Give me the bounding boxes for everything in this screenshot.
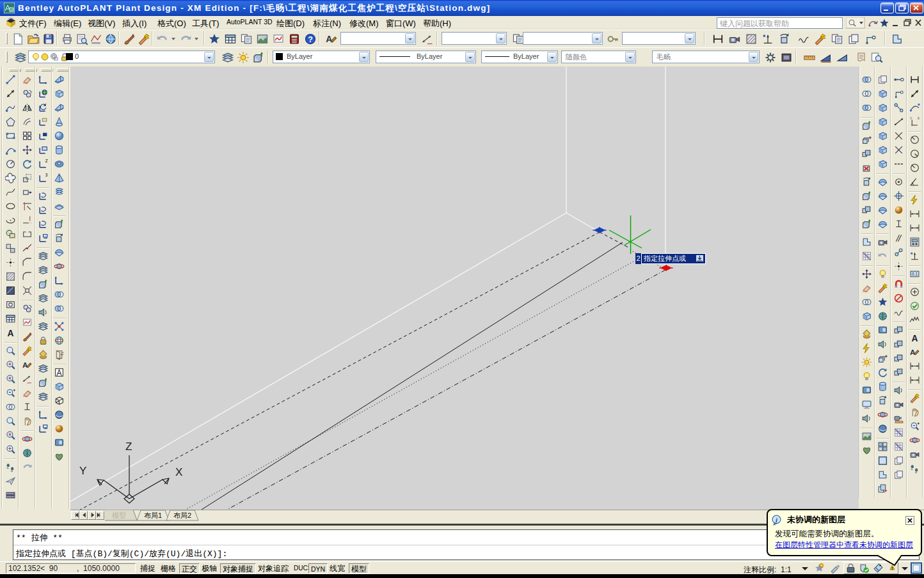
svg-text:模型: 模型 — [112, 512, 126, 519]
svg-text:3: 3 — [45, 173, 48, 177]
svg-text:A: A — [22, 361, 28, 369]
svg-text:Z: Z — [45, 159, 48, 163]
svg-text:A: A — [8, 328, 14, 338]
svg-text:0.1: 0.1 — [912, 272, 918, 276]
svg-text:i: i — [776, 517, 777, 524]
svg-text:A: A — [326, 35, 332, 44]
svg-text:X: X — [918, 117, 920, 120]
svg-text:A: A — [910, 348, 916, 356]
svg-text:Z: Z — [125, 441, 132, 453]
svg-text:X: X — [175, 466, 182, 478]
svg-text:布局2: 布局2 — [173, 512, 191, 519]
svg-text:Y: Y — [79, 465, 86, 477]
svg-text:布局1: 布局1 — [144, 512, 162, 519]
svg-text:?: ? — [308, 35, 313, 44]
svg-text:A: A — [912, 333, 918, 343]
